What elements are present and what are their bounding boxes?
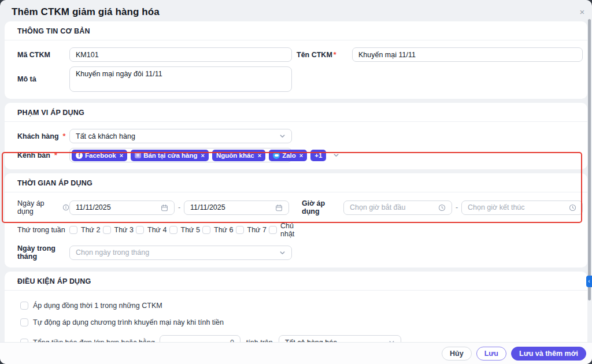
clock-icon — [569, 204, 576, 211]
checkbox-icon[interactable] — [269, 226, 277, 234]
end-date-input[interactable]: 11/11/2025 — [184, 200, 289, 215]
chevron-left-icon: ‹ — [588, 278, 590, 284]
name-value: Khuyến mại 11/11 — [358, 51, 576, 59]
channel-multiselect[interactable]: f Facebook × Bán tại cửa hàng × Nguồn kh… — [69, 148, 292, 162]
checkbox-icon[interactable] — [136, 226, 144, 234]
monthday-select[interactable]: Chọn ngày trong tháng — [69, 246, 292, 260]
calendar-icon — [161, 204, 168, 211]
section-time-title: THỜI GIAN ÁP DỤNG — [5, 173, 587, 192]
checkbox-icon[interactable] — [169, 226, 177, 234]
channel-label: Kênh bán* — [17, 151, 69, 159]
end-hour-input[interactable]: Chọn giờ kết thúc — [461, 200, 583, 215]
modal-footer: Hủy Lưu Lưu và thêm mới — [0, 342, 592, 364]
code-input[interactable]: KM101 — [69, 47, 292, 62]
code-value: KM101 — [76, 51, 286, 59]
channel-tag-other[interactable]: Nguồn khác × — [212, 150, 265, 161]
chevron-down-icon — [279, 250, 286, 256]
weekday-checkbox-tue[interactable]: Thứ 3 — [103, 226, 136, 234]
weekday-checkbox-wed[interactable]: Thứ 4 — [136, 226, 169, 234]
checkbox-icon[interactable] — [236, 226, 244, 234]
weekday-checkbox-sun[interactable]: Chủ nhật — [269, 222, 302, 238]
weekday-checkbox-sat[interactable]: Thứ 7 — [236, 226, 269, 234]
scrollbar[interactable] — [588, 19, 591, 300]
checkbox-icon[interactable] — [20, 318, 28, 326]
code-label: Mã CTKM — [17, 51, 69, 59]
calendar-icon — [275, 204, 283, 211]
section-basic-info: THÔNG TIN CƠ BẢN Mã CTKM KM101 Tên CTKM*… — [5, 21, 587, 99]
condition-concurrent[interactable]: Áp dụng đồng thời 1 trong những CTKM — [17, 302, 583, 310]
customer-label: Khách hàng* — [17, 132, 69, 140]
required-mark: * — [54, 151, 57, 159]
info-icon — [62, 204, 69, 211]
end-date-value: 11/11/2025 — [190, 203, 272, 211]
section-time: THỜI GIAN ÁP DỤNG Ngày áp dụng 11/11/202… — [5, 173, 587, 268]
required-mark: * — [63, 132, 66, 140]
start-date-input[interactable]: 11/11/2025 — [69, 200, 175, 215]
apply-hour-label: Giờ áp dụng — [302, 199, 343, 216]
channel-tag-facebook[interactable]: f Facebook × — [72, 150, 127, 161]
required-mark: * — [334, 51, 336, 59]
modal-title: Thêm CTKM giảm giá hàng hóa — [12, 6, 580, 18]
panel-collapse-toggle[interactable]: ‹ — [586, 276, 592, 287]
weekday-checkbox-fri[interactable]: Thứ 6 — [202, 226, 236, 234]
modal-header: Thêm CTKM giảm giá hàng hóa — [0, 0, 592, 21]
section-basic-title: THÔNG TIN CƠ BẢN — [5, 21, 587, 40]
close-icon[interactable]: × — [578, 8, 587, 17]
hour-range-separator: - — [452, 203, 461, 211]
weekday-checkbox-thu[interactable]: Thứ 5 — [169, 226, 203, 234]
start-date-value: 11/11/2025 — [76, 203, 157, 211]
weekday-label: Thứ trong tuần — [17, 226, 69, 234]
name-input[interactable]: Khuyến mại 11/11 — [352, 47, 583, 62]
section-conditions-title: ĐIỀU KIỆN ÁP DỤNG — [5, 272, 587, 291]
description-value: Khuyến mại ngày đôi 11/11 — [76, 70, 286, 78]
checkbox-icon[interactable] — [69, 226, 77, 234]
zalo-icon — [273, 152, 280, 159]
customer-value: Tất cả khách hàng — [76, 132, 276, 140]
remove-tag-icon[interactable]: × — [258, 152, 261, 159]
customer-select[interactable]: Tất cả khách hàng — [69, 129, 292, 143]
chevron-down-icon — [279, 133, 286, 139]
channel-tag-more[interactable]: +1 — [310, 150, 326, 161]
monthday-placeholder: Chọn ngày trong tháng — [76, 248, 276, 257]
start-hour-input[interactable]: Chọn giờ bắt đầu — [343, 200, 452, 215]
apply-date-label: Ngày áp dụng — [17, 199, 69, 216]
channel-tag-zalo[interactable]: Zalo × — [269, 150, 307, 161]
section-scope-title: PHẠM VI ÁP DỤNG — [5, 103, 587, 122]
checkbox-icon[interactable] — [103, 226, 111, 234]
name-label: Tên CTKM* — [297, 51, 352, 59]
condition-concurrent-label: Áp dụng đồng thời 1 trong những CTKM — [33, 302, 162, 310]
add-promotion-modal: Thêm CTKM giảm giá hàng hóa × THÔNG TIN … — [0, 0, 592, 364]
checkbox-icon[interactable] — [20, 302, 28, 310]
condition-auto-apply-label: Tự động áp dụng chương trình khuyến mại … — [33, 318, 224, 326]
chevron-down-icon — [333, 152, 339, 158]
save-and-new-button[interactable]: Lưu và thêm mới — [511, 347, 586, 361]
section-scope: PHẠM VI ÁP DỤNG Khách hàng* Tất cả khách… — [5, 103, 587, 169]
facebook-icon: f — [76, 152, 83, 159]
end-hour-placeholder: Chọn giờ kết thúc — [468, 203, 565, 211]
description-label: Mô tả — [17, 75, 69, 83]
date-range-separator: - — [175, 203, 184, 211]
condition-auto-apply[interactable]: Tự động áp dụng chương trình khuyến mại … — [17, 318, 583, 326]
description-input[interactable]: Khuyến mại ngày đôi 11/11 — [69, 66, 292, 92]
cancel-button[interactable]: Hủy — [442, 347, 472, 361]
remove-tag-icon[interactable]: × — [201, 152, 204, 159]
weekday-checkbox-mon[interactable]: Thứ 2 — [69, 226, 103, 234]
modal-content: THÔNG TIN CƠ BẢN Mã CTKM KM101 Tên CTKM*… — [0, 21, 592, 364]
checkbox-icon[interactable] — [202, 226, 210, 234]
start-hour-placeholder: Chọn giờ bắt đầu — [350, 203, 435, 211]
clock-icon — [438, 204, 446, 211]
remove-tag-icon[interactable]: × — [120, 152, 123, 159]
monthday-label: Ngày trong tháng — [17, 244, 69, 261]
save-button[interactable]: Lưu — [476, 347, 506, 361]
store-icon — [135, 152, 141, 158]
channel-tag-store[interactable]: Bán tại cửa hàng × — [131, 150, 209, 161]
remove-tag-icon[interactable]: × — [299, 152, 303, 159]
